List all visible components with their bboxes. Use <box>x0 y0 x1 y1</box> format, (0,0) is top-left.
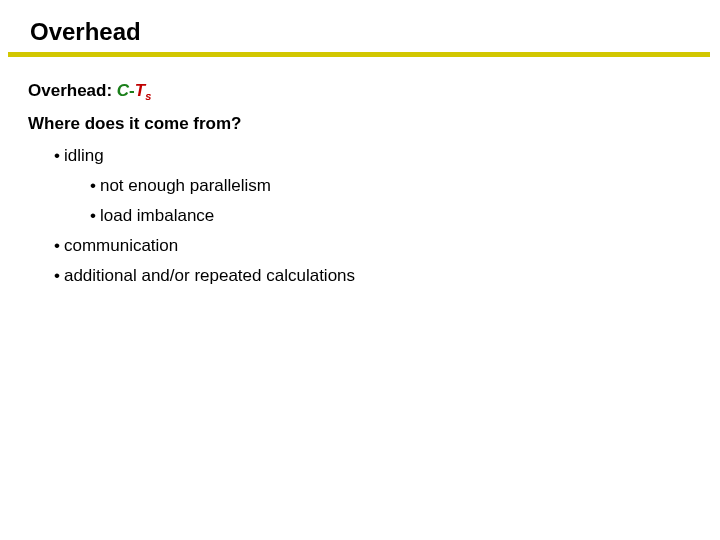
overhead-formula-c: C <box>117 81 129 100</box>
bullet-dot-icon: • <box>54 236 60 256</box>
bullet-text: communication <box>64 236 178 255</box>
bullet-dot-icon: • <box>90 176 96 196</box>
overhead-definition: Overhead: C-Ts <box>28 80 692 104</box>
body-region: Overhead: C-Ts Where does it come from? … <box>28 80 692 296</box>
question-heading: Where does it come from? <box>28 114 692 134</box>
title-region: Overhead <box>0 18 720 57</box>
bullet-text: not enough parallelism <box>100 176 271 195</box>
bullet-idling: •idling <box>28 146 692 166</box>
bullet-load-imbalance: •load imbalance <box>28 206 692 226</box>
overhead-label: Overhead: <box>28 81 117 100</box>
overhead-formula-t: T <box>135 81 145 100</box>
bullet-communication: •communication <box>28 236 692 256</box>
bullet-text: load imbalance <box>100 206 214 225</box>
bullet-dot-icon: • <box>54 146 60 166</box>
title-underline <box>8 52 710 57</box>
bullet-not-enough-parallelism: •not enough parallelism <box>28 176 692 196</box>
overhead-formula-sub: s <box>145 90 151 102</box>
bullet-dot-icon: • <box>54 266 60 286</box>
bullet-dot-icon: • <box>90 206 96 226</box>
slide-title: Overhead <box>0 18 720 52</box>
bullet-additional-calculations: •additional and/or repeated calculations <box>28 266 692 286</box>
bullet-text: additional and/or repeated calculations <box>64 266 355 285</box>
slide: Overhead Overhead: C-Ts Where does it co… <box>0 0 720 540</box>
bullet-text: idling <box>64 146 104 165</box>
